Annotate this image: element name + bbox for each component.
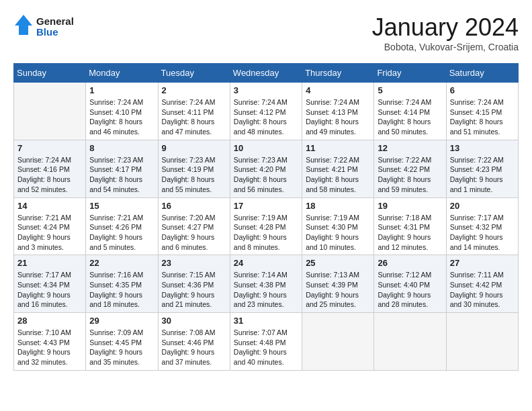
day-number: 21 <box>17 258 82 268</box>
calendar-cell: 19Sunrise: 7:18 AMSunset: 4:31 PMDayligh… <box>374 197 446 255</box>
day-detail: Sunrise: 7:21 AMSunset: 4:26 PMDaylight:… <box>89 213 154 253</box>
day-number: 3 <box>234 85 298 95</box>
day-detail: Sunrise: 7:21 AMSunset: 4:24 PMDaylight:… <box>17 213 82 253</box>
day-detail: Sunrise: 7:19 AMSunset: 4:30 PMDaylight:… <box>306 213 370 253</box>
calendar-cell: 14Sunrise: 7:21 AMSunset: 4:24 PMDayligh… <box>14 197 86 255</box>
day-number: 8 <box>89 143 154 153</box>
day-detail: Sunrise: 7:23 AMSunset: 4:17 PMDaylight:… <box>89 155 154 195</box>
logo-container: General Blue <box>13 13 74 40</box>
location-label: Bobota, Vukovar-Srijem, Croatia <box>372 42 519 52</box>
calendar-cell: 27Sunrise: 7:11 AMSunset: 4:42 PMDayligh… <box>446 255 518 313</box>
calendar-cell: 31Sunrise: 7:07 AMSunset: 4:48 PMDayligh… <box>230 313 302 371</box>
day-detail: Sunrise: 7:18 AMSunset: 4:31 PMDaylight:… <box>378 213 442 253</box>
day-detail: Sunrise: 7:19 AMSunset: 4:28 PMDaylight:… <box>234 213 298 253</box>
day-number: 7 <box>17 143 82 153</box>
weekday-header-saturday: Saturday <box>446 64 518 83</box>
calendar-table: SundayMondayTuesdayWednesdayThursdayFrid… <box>13 63 519 371</box>
day-detail: Sunrise: 7:24 AMSunset: 4:16 PMDaylight:… <box>17 155 82 195</box>
weekday-header-monday: Monday <box>86 64 158 83</box>
calendar-week-row-1: 1Sunrise: 7:24 AMSunset: 4:10 PMDaylight… <box>14 83 519 140</box>
calendar-cell: 2Sunrise: 7:24 AMSunset: 4:11 PMDaylight… <box>158 83 230 140</box>
calendar-cell: 8Sunrise: 7:23 AMSunset: 4:17 PMDaylight… <box>86 140 158 197</box>
day-number: 27 <box>450 258 515 268</box>
svg-marker-0 <box>15 15 32 35</box>
calendar-week-row-2: 7Sunrise: 7:24 AMSunset: 4:16 PMDaylight… <box>14 140 519 197</box>
day-number: 4 <box>306 85 370 95</box>
day-detail: Sunrise: 7:24 AMSunset: 4:14 PMDaylight:… <box>378 97 442 137</box>
calendar-cell: 26Sunrise: 7:12 AMSunset: 4:40 PMDayligh… <box>374 255 446 313</box>
calendar-title-block: January 2024 Bobota, Vukovar-Srijem, Cro… <box>372 13 519 52</box>
day-detail: Sunrise: 7:24 AMSunset: 4:15 PMDaylight:… <box>450 97 515 137</box>
day-detail: Sunrise: 7:15 AMSunset: 4:36 PMDaylight:… <box>162 270 226 310</box>
calendar-cell: 17Sunrise: 7:19 AMSunset: 4:28 PMDayligh… <box>230 197 302 255</box>
calendar-cell <box>14 83 86 140</box>
calendar-cell: 23Sunrise: 7:15 AMSunset: 4:36 PMDayligh… <box>158 255 230 313</box>
calendar-cell: 4Sunrise: 7:24 AMSunset: 4:13 PMDaylight… <box>302 83 374 140</box>
weekday-header-row: SundayMondayTuesdayWednesdayThursdayFrid… <box>14 64 519 83</box>
day-number: 15 <box>89 201 154 211</box>
calendar-cell: 13Sunrise: 7:22 AMSunset: 4:23 PMDayligh… <box>446 140 518 197</box>
calendar-cell <box>302 313 374 371</box>
calendar-cell: 15Sunrise: 7:21 AMSunset: 4:26 PMDayligh… <box>86 197 158 255</box>
day-detail: Sunrise: 7:09 AMSunset: 4:45 PMDaylight:… <box>89 328 154 367</box>
logo-bird-icon <box>13 13 34 40</box>
logo-text-general: General <box>36 16 74 28</box>
day-number: 28 <box>17 316 82 326</box>
day-detail: Sunrise: 7:08 AMSunset: 4:46 PMDaylight:… <box>162 328 226 367</box>
weekday-header-wednesday: Wednesday <box>230 64 302 83</box>
day-detail: Sunrise: 7:10 AMSunset: 4:43 PMDaylight:… <box>17 328 82 367</box>
day-number: 31 <box>234 316 298 326</box>
day-number: 16 <box>162 201 226 211</box>
day-number: 5 <box>378 85 442 95</box>
calendar-cell: 18Sunrise: 7:19 AMSunset: 4:30 PMDayligh… <box>302 197 374 255</box>
calendar-cell: 12Sunrise: 7:22 AMSunset: 4:22 PMDayligh… <box>374 140 446 197</box>
day-detail: Sunrise: 7:20 AMSunset: 4:27 PMDaylight:… <box>162 213 226 253</box>
day-detail: Sunrise: 7:13 AMSunset: 4:39 PMDaylight:… <box>306 270 370 310</box>
day-detail: Sunrise: 7:23 AMSunset: 4:19 PMDaylight:… <box>162 155 226 195</box>
day-number: 30 <box>162 316 226 326</box>
calendar-cell: 28Sunrise: 7:10 AMSunset: 4:43 PMDayligh… <box>14 313 86 371</box>
weekday-header-sunday: Sunday <box>14 64 86 83</box>
day-number: 6 <box>450 85 515 95</box>
calendar-cell <box>446 313 518 371</box>
weekday-header-tuesday: Tuesday <box>158 64 230 83</box>
day-detail: Sunrise: 7:16 AMSunset: 4:35 PMDaylight:… <box>89 270 154 310</box>
calendar-cell: 21Sunrise: 7:17 AMSunset: 4:34 PMDayligh… <box>14 255 86 313</box>
day-number: 24 <box>234 258 298 268</box>
day-number: 26 <box>378 258 442 268</box>
day-detail: Sunrise: 7:12 AMSunset: 4:40 PMDaylight:… <box>378 270 442 310</box>
day-number: 23 <box>162 258 226 268</box>
day-number: 2 <box>162 85 226 95</box>
day-number: 9 <box>162 143 226 153</box>
calendar-cell: 11Sunrise: 7:22 AMSunset: 4:21 PMDayligh… <box>302 140 374 197</box>
calendar-cell <box>374 313 446 371</box>
day-number: 25 <box>306 258 370 268</box>
calendar-cell: 22Sunrise: 7:16 AMSunset: 4:35 PMDayligh… <box>86 255 158 313</box>
day-number: 22 <box>89 258 154 268</box>
day-detail: Sunrise: 7:07 AMSunset: 4:48 PMDaylight:… <box>234 328 298 367</box>
day-number: 18 <box>306 201 370 211</box>
calendar-cell: 1Sunrise: 7:24 AMSunset: 4:10 PMDaylight… <box>86 83 158 140</box>
day-number: 10 <box>234 143 298 153</box>
calendar-cell: 7Sunrise: 7:24 AMSunset: 4:16 PMDaylight… <box>14 140 86 197</box>
calendar-cell: 9Sunrise: 7:23 AMSunset: 4:19 PMDaylight… <box>158 140 230 197</box>
day-number: 1 <box>89 85 154 95</box>
month-title: January 2024 <box>372 13 519 42</box>
calendar-cell: 3Sunrise: 7:24 AMSunset: 4:12 PMDaylight… <box>230 83 302 140</box>
calendar-cell: 25Sunrise: 7:13 AMSunset: 4:39 PMDayligh… <box>302 255 374 313</box>
day-number: 12 <box>378 143 442 153</box>
day-number: 19 <box>378 201 442 211</box>
day-detail: Sunrise: 7:22 AMSunset: 4:23 PMDaylight:… <box>450 155 515 195</box>
day-number: 29 <box>89 316 154 326</box>
day-detail: Sunrise: 7:22 AMSunset: 4:21 PMDaylight:… <box>306 155 370 195</box>
weekday-header-thursday: Thursday <box>302 64 374 83</box>
day-number: 13 <box>450 143 515 153</box>
weekday-header-friday: Friday <box>374 64 446 83</box>
day-detail: Sunrise: 7:24 AMSunset: 4:12 PMDaylight:… <box>234 97 298 137</box>
logo: General Blue <box>13 13 74 40</box>
day-detail: Sunrise: 7:24 AMSunset: 4:13 PMDaylight:… <box>306 97 370 137</box>
day-detail: Sunrise: 7:14 AMSunset: 4:38 PMDaylight:… <box>234 270 298 310</box>
day-detail: Sunrise: 7:17 AMSunset: 4:34 PMDaylight:… <box>17 270 82 310</box>
calendar-cell: 10Sunrise: 7:23 AMSunset: 4:20 PMDayligh… <box>230 140 302 197</box>
calendar-week-row-5: 28Sunrise: 7:10 AMSunset: 4:43 PMDayligh… <box>14 313 519 371</box>
